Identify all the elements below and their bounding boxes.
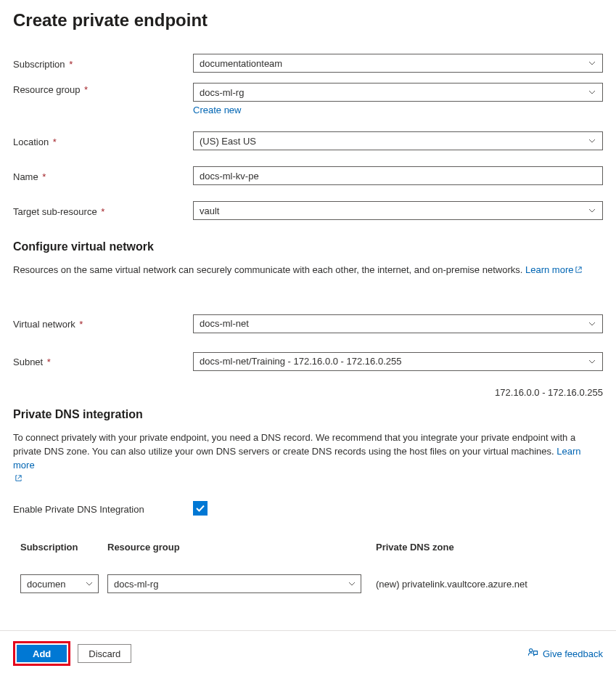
vnet-learn-more-link[interactable]: Learn more bbox=[525, 264, 583, 275]
virtual-network-value: docs-ml-net bbox=[200, 318, 249, 329]
chevron-down-icon bbox=[588, 319, 596, 328]
enable-dns-checkbox[interactable] bbox=[193, 501, 208, 516]
external-link-icon bbox=[15, 473, 22, 486]
dns-subscription-value: documen bbox=[27, 579, 65, 590]
external-link-icon bbox=[575, 264, 583, 278]
chevron-down-icon bbox=[348, 579, 356, 588]
virtual-network-label: Virtual network * bbox=[13, 317, 193, 330]
chevron-down-icon bbox=[85, 579, 94, 588]
target-sub-resource-select[interactable]: vault bbox=[193, 201, 603, 220]
dns-resource-group-select[interactable]: docs-ml-rg bbox=[107, 574, 361, 593]
name-label: Name * bbox=[13, 170, 193, 182]
dns-subscription-select[interactable]: documen bbox=[20, 574, 99, 593]
discard-button[interactable]: Discard bbox=[78, 644, 131, 663]
dns-heading: Private DNS integration bbox=[13, 408, 603, 421]
location-value: (US) East US bbox=[200, 136, 256, 147]
name-input[interactable]: docs-ml-kv-pe bbox=[193, 166, 603, 185]
feedback-icon bbox=[527, 647, 538, 660]
dns-description: To connect privately with your private e… bbox=[13, 431, 603, 486]
vnet-heading: Configure virtual network bbox=[13, 240, 603, 253]
subscription-value: documentationteam bbox=[200, 58, 282, 69]
resource-group-value: docs-ml-rg bbox=[200, 87, 244, 98]
subscription-label: Subscription * bbox=[13, 57, 193, 70]
virtual-network-select[interactable]: docs-ml-net bbox=[193, 314, 603, 333]
chevron-down-icon bbox=[588, 357, 596, 366]
give-feedback-link[interactable]: Give feedback bbox=[527, 647, 603, 660]
dns-col-resource-group: Resource group bbox=[107, 542, 376, 553]
dns-zone-value: (new) privatelink.vaultcore.azure.net bbox=[376, 579, 603, 590]
close-icon[interactable] bbox=[597, 10, 603, 28]
resource-group-label: Resource group * bbox=[13, 83, 193, 95]
page-title: Create private endpoint bbox=[13, 10, 208, 30]
target-sub-resource-value: vault bbox=[200, 205, 219, 216]
give-feedback-label: Give feedback bbox=[543, 648, 603, 659]
add-button[interactable]: Add bbox=[17, 645, 67, 662]
resource-group-select[interactable]: docs-ml-rg bbox=[193, 83, 603, 102]
add-button-highlight: Add bbox=[13, 641, 70, 666]
subscription-select[interactable]: documentationteam bbox=[193, 54, 603, 73]
target-sub-resource-label: Target sub-resource * bbox=[13, 205, 193, 217]
dns-col-zone: Private DNS zone bbox=[376, 542, 603, 553]
chevron-down-icon bbox=[588, 137, 596, 145]
chevron-down-icon bbox=[588, 206, 596, 215]
location-label: Location * bbox=[13, 135, 193, 147]
svg-point-0 bbox=[529, 649, 532, 652]
subnet-range-text: 172.16.0.0 - 172.16.0.255 bbox=[13, 387, 603, 398]
name-value: docs-ml-kv-pe bbox=[200, 171, 259, 182]
create-new-link[interactable]: Create new bbox=[193, 105, 241, 115]
vnet-description: Resources on the same virtual network ca… bbox=[13, 264, 603, 278]
chevron-down-icon bbox=[588, 59, 596, 68]
subnet-label: Subnet * bbox=[13, 355, 193, 367]
enable-dns-label: Enable Private DNS Integration bbox=[13, 502, 193, 515]
subnet-value: docs-ml-net/Training - 172.16.0.0 - 172.… bbox=[200, 356, 401, 367]
dns-resource-group-value: docs-ml-rg bbox=[114, 579, 158, 590]
dns-col-subscription: Subscription bbox=[20, 542, 107, 553]
chevron-down-icon bbox=[588, 88, 596, 97]
location-select[interactable]: (US) East US bbox=[193, 131, 603, 150]
subnet-select[interactable]: docs-ml-net/Training - 172.16.0.0 - 172.… bbox=[193, 352, 603, 371]
